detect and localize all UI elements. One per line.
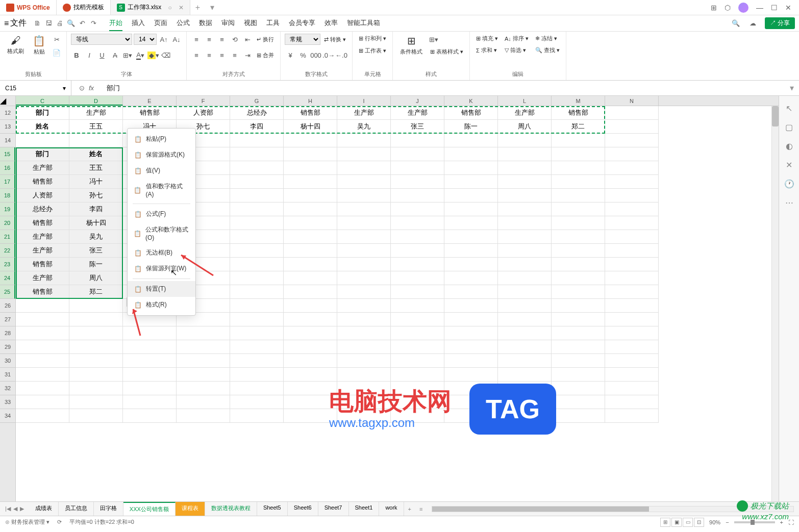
cell-G19[interactable] bbox=[230, 202, 284, 216]
col-header-H[interactable]: H bbox=[284, 96, 337, 106]
cell-J21[interactable] bbox=[391, 230, 444, 244]
cell-G31[interactable] bbox=[230, 368, 284, 382]
cell-L27[interactable] bbox=[498, 313, 552, 326]
cell-D16[interactable]: 王五 bbox=[69, 161, 123, 175]
filter-panel-icon[interactable]: ◐ bbox=[786, 141, 793, 151]
merge-button[interactable]: ⊞ 合并 bbox=[255, 50, 276, 60]
cell-M18[interactable] bbox=[552, 189, 605, 202]
cell-K15[interactable] bbox=[444, 147, 498, 161]
cell-H30[interactable] bbox=[284, 354, 337, 368]
decrease-font-icon[interactable]: A↓ bbox=[171, 34, 182, 45]
cell-M23[interactable] bbox=[552, 258, 605, 271]
panel-icon[interactable]: ▢ bbox=[785, 122, 793, 132]
cell-J30[interactable] bbox=[391, 354, 444, 368]
cell-G30[interactable] bbox=[230, 354, 284, 368]
cell-L29[interactable] bbox=[498, 340, 552, 354]
sheet-tab-8[interactable]: Sheet7 bbox=[318, 502, 349, 516]
cell-F28[interactable] bbox=[177, 326, 230, 340]
cell-G26[interactable] bbox=[230, 299, 284, 313]
zoom-out-icon[interactable]: − bbox=[726, 519, 729, 525]
cell-C34[interactable] bbox=[16, 409, 69, 423]
cell-K21[interactable] bbox=[444, 230, 498, 244]
cell-M32[interactable] bbox=[552, 382, 605, 395]
cell-I31[interactable] bbox=[337, 368, 391, 382]
cell-E34[interactable] bbox=[123, 409, 177, 423]
cell-M15[interactable] bbox=[552, 147, 605, 161]
cell-H27[interactable] bbox=[284, 313, 337, 326]
fill-button[interactable]: ⊞ 填充 ▾ bbox=[474, 34, 500, 43]
cell-E30[interactable] bbox=[123, 354, 177, 368]
cell-K13[interactable]: 陈一 bbox=[444, 120, 498, 134]
sheet-tab-5[interactable]: 数据透视表教程 bbox=[205, 502, 257, 516]
cell-N29[interactable] bbox=[605, 340, 659, 354]
cell-D26[interactable] bbox=[69, 299, 123, 313]
cell-N14[interactable] bbox=[605, 134, 659, 147]
cell-L16[interactable] bbox=[498, 161, 552, 175]
row-header-20[interactable]: 20 bbox=[0, 216, 15, 230]
cell-J24[interactable] bbox=[391, 271, 444, 285]
cell-D34[interactable] bbox=[69, 409, 123, 423]
italic-icon[interactable]: I bbox=[84, 49, 95, 61]
select-all-corner[interactable]: ◢ bbox=[0, 96, 16, 106]
strike-icon[interactable]: A̶ bbox=[109, 49, 120, 61]
convert-button[interactable]: ⇄ 转换 ▾ bbox=[322, 35, 348, 44]
rows-cols-button[interactable]: ⊞ 行和列 ▾ bbox=[357, 34, 388, 43]
context-item-2[interactable]: 📋值(V) bbox=[128, 163, 195, 179]
sheet-tab-9[interactable]: Sheet1 bbox=[349, 502, 380, 516]
col-header-C[interactable]: C bbox=[16, 96, 69, 106]
cell-M29[interactable] bbox=[552, 340, 605, 354]
cell-I23[interactable] bbox=[337, 258, 391, 271]
cell-I18[interactable] bbox=[337, 189, 391, 202]
comma-icon[interactable]: 000 bbox=[310, 49, 321, 61]
user-avatar[interactable] bbox=[738, 3, 748, 13]
col-header-K[interactable]: K bbox=[444, 96, 498, 106]
name-box[interactable]: C15▾ bbox=[0, 81, 71, 95]
cell-M14[interactable] bbox=[552, 134, 605, 147]
cell-C19[interactable]: 总经办 bbox=[16, 202, 69, 216]
cell-C21[interactable]: 生产部 bbox=[16, 230, 69, 244]
cell-G22[interactable] bbox=[230, 244, 284, 258]
align-right-icon[interactable]: ≡ bbox=[216, 49, 228, 61]
cell-H18[interactable] bbox=[284, 189, 337, 202]
copy-icon[interactable]: 📄 bbox=[51, 47, 62, 58]
cell-N33[interactable] bbox=[605, 395, 659, 409]
cell-I16[interactable] bbox=[337, 161, 391, 175]
cell-C27[interactable] bbox=[16, 313, 69, 326]
cell-G17[interactable] bbox=[230, 175, 284, 189]
layout-view-icon[interactable]: ⊡ bbox=[694, 518, 704, 527]
cell-N24[interactable] bbox=[605, 271, 659, 285]
cell-I29[interactable] bbox=[337, 340, 391, 354]
cell-D15[interactable]: 姓名 bbox=[69, 147, 123, 161]
cell-K26[interactable] bbox=[444, 299, 498, 313]
cell-H22[interactable] bbox=[284, 244, 337, 258]
next-sheet-icon[interactable]: ▶ bbox=[20, 505, 24, 512]
cell-K28[interactable] bbox=[444, 326, 498, 340]
cell-K25[interactable] bbox=[444, 285, 498, 299]
cell-D18[interactable]: 孙七 bbox=[69, 189, 123, 202]
cell-N22[interactable] bbox=[605, 244, 659, 258]
font-name-select[interactable]: 等线 bbox=[71, 34, 132, 45]
cell-L25[interactable] bbox=[498, 285, 552, 299]
cell-N21[interactable] bbox=[605, 230, 659, 244]
cell-J17[interactable] bbox=[391, 175, 444, 189]
sheet-tab-3[interactable]: XXX公司销售额 bbox=[123, 502, 176, 516]
cell-I12[interactable]: 生产部 bbox=[337, 106, 391, 120]
row-header-29[interactable]: 29 bbox=[0, 340, 15, 354]
cell-G15[interactable] bbox=[230, 147, 284, 161]
col-header-J[interactable]: J bbox=[391, 96, 444, 106]
cell-M12[interactable]: 销售部 bbox=[552, 106, 605, 120]
row-header-15[interactable]: 15 bbox=[0, 147, 15, 161]
clear-format-icon[interactable]: ⌫ bbox=[160, 49, 171, 61]
wrap-text-button[interactable]: ↵ 换行 bbox=[255, 35, 276, 44]
format-painter-button[interactable]: 🖌格式刷 bbox=[4, 34, 27, 56]
cell-L28[interactable] bbox=[498, 326, 552, 340]
cell-D29[interactable] bbox=[69, 340, 123, 354]
cell-L31[interactable] bbox=[498, 368, 552, 382]
cell-C13[interactable]: 姓名 bbox=[16, 120, 69, 134]
cell-N23[interactable] bbox=[605, 258, 659, 271]
row-header-12[interactable]: 12 bbox=[0, 106, 15, 120]
cell-C17[interactable]: 销售部 bbox=[16, 175, 69, 189]
ribbon-tab-8[interactable]: 会员专享 bbox=[289, 16, 315, 31]
decimal-dec-icon[interactable]: ←.0 bbox=[336, 49, 347, 61]
backup-icon[interactable]: ⟳ bbox=[57, 519, 62, 525]
